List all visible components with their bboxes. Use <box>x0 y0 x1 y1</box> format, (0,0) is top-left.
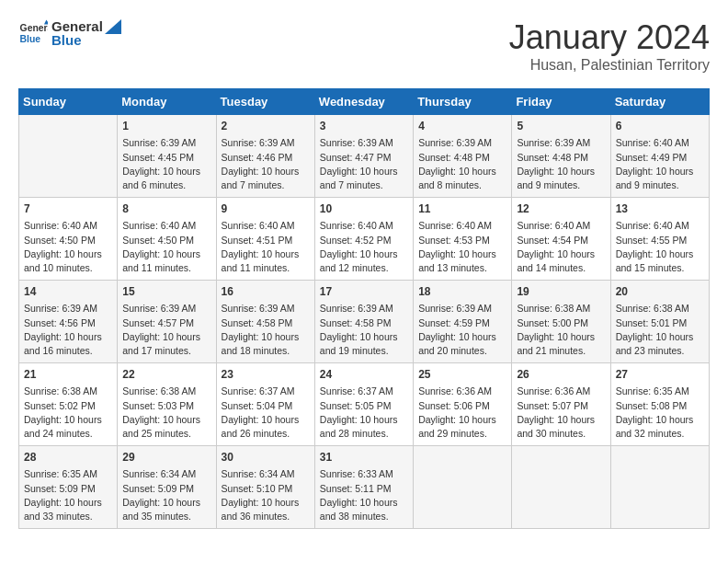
calendar-cell: 20Sunrise: 6:38 AMSunset: 5:01 PMDayligh… <box>610 281 709 363</box>
cell-info-line: and 38 minutes. <box>320 510 408 523</box>
calendar-cell: 7Sunrise: 6:40 AMSunset: 4:50 PMDaylight… <box>19 198 118 281</box>
calendar-cell: 14Sunrise: 6:39 AMSunset: 4:56 PMDayligh… <box>19 281 118 363</box>
cell-info-line: Sunset: 4:53 PM <box>418 234 506 247</box>
svg-marker-3 <box>105 19 121 34</box>
cell-info-line: Daylight: 10 hours <box>418 247 506 261</box>
cell-info-line: Sunrise: 6:39 AM <box>222 302 310 316</box>
cell-info-line: Sunset: 5:01 PM <box>616 316 704 330</box>
cell-info-line: Sunrise: 6:39 AM <box>222 136 310 150</box>
day-number: 9 <box>222 201 310 217</box>
cell-info-line: Sunset: 4:58 PM <box>320 316 408 330</box>
cell-info-line: Daylight: 10 hours <box>122 165 210 178</box>
cell-info-line: Daylight: 10 hours <box>222 496 310 510</box>
calendar-table: SundayMondayTuesdayWednesdayThursdayFrid… <box>18 88 710 529</box>
day-number: 15 <box>122 284 210 300</box>
cell-info-line: Sunset: 5:11 PM <box>320 482 408 496</box>
cell-info-line: Sunset: 4:45 PM <box>122 151 210 165</box>
svg-text:Blue: Blue <box>20 34 41 44</box>
calendar-cell: 3Sunrise: 6:39 AMSunset: 4:47 PMDaylight… <box>314 115 413 198</box>
day-number: 7 <box>24 201 112 217</box>
cell-info-line: Daylight: 10 hours <box>517 330 605 344</box>
calendar-week-row: 7Sunrise: 6:40 AMSunset: 4:50 PMDaylight… <box>19 198 710 281</box>
cell-info-line: Sunrise: 6:40 AM <box>517 219 605 233</box>
day-number: 31 <box>320 450 408 465</box>
cell-info-line: and 9 minutes. <box>517 178 605 192</box>
day-number: 8 <box>122 201 210 217</box>
cell-info-line: Daylight: 10 hours <box>320 165 408 178</box>
cell-info-line: Sunrise: 6:38 AM <box>616 302 704 316</box>
calendar-cell: 8Sunrise: 6:40 AMSunset: 4:50 PMDaylight… <box>118 198 216 281</box>
cell-info-line: and 6 minutes. <box>122 178 210 192</box>
cell-info-line: Sunrise: 6:39 AM <box>122 136 210 150</box>
calendar-week-row: 21Sunrise: 6:38 AMSunset: 5:02 PMDayligh… <box>19 363 710 446</box>
calendar-cell: 30Sunrise: 6:34 AMSunset: 5:10 PMDayligh… <box>216 446 314 529</box>
cell-info-line: and 8 minutes. <box>418 178 506 192</box>
day-number: 3 <box>320 119 408 134</box>
cell-info-line: and 35 minutes. <box>122 510 210 523</box>
day-number: 29 <box>122 450 210 465</box>
cell-info-line: and 7 minutes. <box>320 178 408 192</box>
cell-info-line: Sunrise: 6:33 AM <box>320 467 408 481</box>
day-header-sunday: Sunday <box>19 89 118 115</box>
day-number: 20 <box>616 284 704 300</box>
cell-info-line: Sunrise: 6:39 AM <box>320 302 408 316</box>
cell-info-line: Sunset: 4:46 PM <box>222 151 310 165</box>
cell-info-line: Sunset: 5:06 PM <box>418 399 506 413</box>
cell-info-line: Daylight: 10 hours <box>122 330 210 344</box>
day-number: 10 <box>320 201 408 217</box>
cell-info-line: Daylight: 10 hours <box>24 330 112 344</box>
cell-info-line: Daylight: 10 hours <box>320 247 408 261</box>
day-number: 28 <box>24 450 112 465</box>
cell-info-line: and 30 minutes. <box>517 427 605 441</box>
cell-info-line: Sunrise: 6:34 AM <box>122 467 210 481</box>
cell-info-line: and 11 minutes. <box>222 261 310 275</box>
svg-text:General: General <box>20 23 48 33</box>
day-number: 23 <box>222 367 310 383</box>
cell-info-line: Sunrise: 6:39 AM <box>418 136 506 150</box>
calendar-cell: 12Sunrise: 6:40 AMSunset: 4:54 PMDayligh… <box>512 198 610 281</box>
day-number: 5 <box>517 119 605 134</box>
cell-info-line: Sunset: 4:59 PM <box>418 316 506 330</box>
cell-info-line: and 12 minutes. <box>320 261 408 275</box>
calendar-cell: 22Sunrise: 6:38 AMSunset: 5:03 PMDayligh… <box>118 363 216 446</box>
cell-info-line: Sunrise: 6:37 AM <box>320 385 408 398</box>
cell-info-line: Sunset: 5:03 PM <box>122 399 210 413</box>
cell-info-line: and 25 minutes. <box>122 427 210 441</box>
day-number: 19 <box>517 284 605 300</box>
day-number: 4 <box>418 119 506 134</box>
day-number: 24 <box>320 367 408 383</box>
cell-info-line: Daylight: 10 hours <box>616 247 704 261</box>
day-number: 25 <box>418 367 506 383</box>
cell-info-line: and 17 minutes. <box>122 344 210 358</box>
calendar-cell: 27Sunrise: 6:35 AMSunset: 5:08 PMDayligh… <box>610 363 709 446</box>
cell-info-line: Sunset: 4:47 PM <box>320 151 408 165</box>
cell-info-line: Sunrise: 6:38 AM <box>122 385 210 398</box>
calendar-cell: 21Sunrise: 6:38 AMSunset: 5:02 PMDayligh… <box>19 363 118 446</box>
cell-info-line: Sunrise: 6:40 AM <box>616 219 704 233</box>
calendar-cell: 26Sunrise: 6:36 AMSunset: 5:07 PMDayligh… <box>512 363 610 446</box>
day-number: 22 <box>122 367 210 383</box>
cell-info-line: and 23 minutes. <box>616 344 704 358</box>
cell-info-line: and 14 minutes. <box>517 261 605 275</box>
day-header-thursday: Thursday <box>414 89 512 115</box>
logo-blue: Blue <box>51 32 121 48</box>
calendar-week-row: 1Sunrise: 6:39 AMSunset: 4:45 PMDaylight… <box>19 115 710 198</box>
cell-info-line: Sunset: 4:52 PM <box>320 234 408 247</box>
day-number: 12 <box>517 201 605 217</box>
cell-info-line: Daylight: 10 hours <box>418 330 506 344</box>
calendar-cell: 13Sunrise: 6:40 AMSunset: 4:55 PMDayligh… <box>610 198 709 281</box>
cell-info-line: Daylight: 10 hours <box>24 413 112 427</box>
cell-info-line: Sunrise: 6:39 AM <box>24 302 112 316</box>
cell-info-line: and 28 minutes. <box>320 427 408 441</box>
cell-info-line: Sunset: 5:09 PM <box>122 482 210 496</box>
calendar-cell: 6Sunrise: 6:40 AMSunset: 4:49 PMDaylight… <box>610 115 709 198</box>
cell-info-line: Daylight: 10 hours <box>418 165 506 178</box>
calendar-cell: 11Sunrise: 6:40 AMSunset: 4:53 PMDayligh… <box>414 198 512 281</box>
cell-info-line: Sunrise: 6:39 AM <box>517 136 605 150</box>
cell-info-line: Sunrise: 6:38 AM <box>24 385 112 398</box>
cell-info-line: and 20 minutes. <box>418 344 506 358</box>
cell-info-line: and 21 minutes. <box>517 344 605 358</box>
day-number: 27 <box>616 367 704 383</box>
day-header-friday: Friday <box>512 89 610 115</box>
calendar-cell: 25Sunrise: 6:36 AMSunset: 5:06 PMDayligh… <box>414 363 512 446</box>
